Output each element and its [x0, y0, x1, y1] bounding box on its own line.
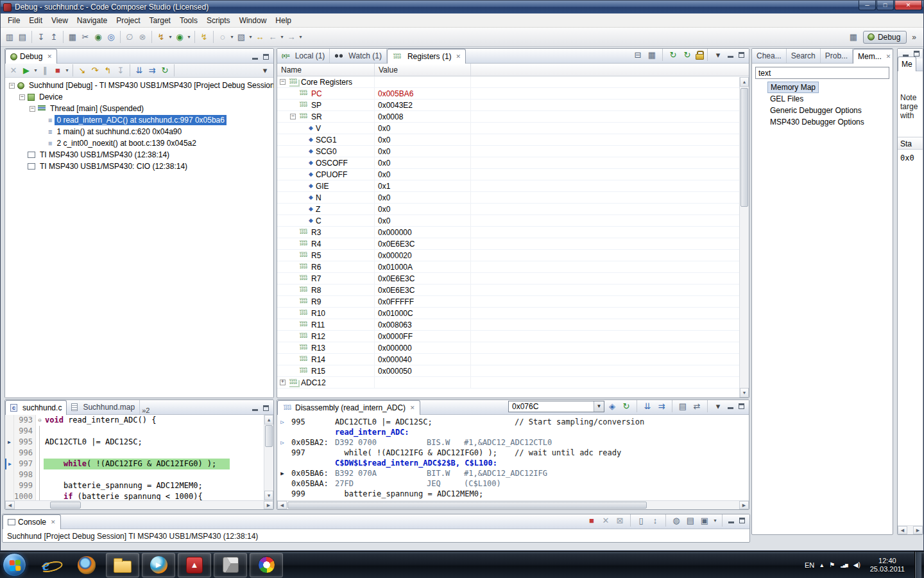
- tree-expander-icon[interactable]: −: [290, 114, 296, 119]
- code-line[interactable]: ▶997 while( !(ADC12IFG & ADC12IFG0) );: [5, 459, 273, 469]
- tab-local-1-[interactable]: (x)=Local (1): [277, 49, 330, 63]
- menu-project[interactable]: Project: [112, 14, 144, 27]
- forward-icon[interactable]: →: [285, 31, 298, 44]
- menu-help[interactable]: Help: [271, 14, 296, 27]
- registers-vertical-scrollbar[interactable]: ▲ ▼: [739, 77, 749, 398]
- scrollbar-thumb[interactable]: [50, 502, 81, 509]
- disassembly-line[interactable]: ▷0x05BA2:D392 0700BIS.W#1,&ADC12_ADC12CT…: [277, 437, 749, 448]
- tab-watch-1-[interactable]: Watch (1): [330, 49, 387, 63]
- close-icon[interactable]: ✕: [886, 53, 891, 60]
- tab-suchhund-c[interactable]: csuchhund.c: [5, 400, 67, 415]
- menu-view[interactable]: View: [47, 14, 73, 27]
- debug-tree-item[interactable]: −Device: [5, 91, 273, 103]
- register-row[interactable]: −◆CPUOFF0x0: [277, 169, 749, 180]
- tree-expander-icon[interactable]: +: [280, 380, 286, 385]
- register-row[interactable]: −◆SCG00x0: [277, 146, 749, 157]
- layout-grid-icon[interactable]: ▦: [646, 48, 658, 61]
- disassembly-body[interactable]: ▷995ADC12CTL0 |= ADC12SC;// Start sampli…: [277, 415, 749, 500]
- debug-perspective-button[interactable]: Debug: [863, 31, 907, 44]
- taskbar-internet-explorer[interactable]: e: [34, 553, 67, 577]
- register-row[interactable]: −0101 1010R40x0E6E3C: [277, 238, 749, 250]
- register-row[interactable]: −◆N0x0: [277, 192, 749, 204]
- show-hidden-icons[interactable]: ▴: [820, 561, 823, 568]
- view-menu-icon[interactable]: ▾: [259, 64, 271, 77]
- taskbar-adobe-reader[interactable]: ▲: [178, 553, 211, 577]
- register-row[interactable]: −0101 1010R50x000020: [277, 250, 749, 261]
- register-row[interactable]: −0101 1010R30x000000: [277, 227, 749, 238]
- link-editor-icon[interactable]: ⇄: [690, 399, 703, 412]
- scroll-lock-icon[interactable]: ↕: [649, 514, 662, 527]
- close-icon[interactable]: ✕: [51, 519, 56, 525]
- editor-vertical-scrollbar[interactable]: ▲▼: [264, 415, 273, 500]
- register-row[interactable]: −0101 1010R140x000040: [277, 354, 749, 365]
- terminate-icon[interactable]: ■: [585, 514, 598, 527]
- debug-tree-item[interactable]: −≡2 c_int00_noexit() at boot.c:139 0x045…: [5, 137, 273, 149]
- language-indicator[interactable]: EN: [805, 561, 814, 569]
- forward-dropdown-icon[interactable]: ▾: [298, 31, 304, 44]
- combo-dropdown-icon[interactable]: ▼: [594, 401, 604, 412]
- resume-dropdown-icon[interactable]: ▾: [33, 64, 38, 77]
- code-line[interactable]: 1000 if (batterie_spannung < 1000){: [5, 491, 273, 500]
- maximize-view-button[interactable]: [261, 404, 271, 412]
- scrollbar-thumb[interactable]: [287, 502, 647, 509]
- column-header-value[interactable]: Value: [375, 64, 471, 76]
- disassembly-line[interactable]: 999 batterie_spannung = ADC12MEM0;: [277, 489, 749, 499]
- minimize-view-button[interactable]: [250, 404, 260, 412]
- scroll-left-icon[interactable]: ◀: [277, 501, 287, 509]
- disassembly-horizontal-scrollbar[interactable]: ◀ ▶: [277, 500, 749, 509]
- minimize-view-button[interactable]: [901, 49, 911, 58]
- run-alt-icon[interactable]: ◎: [105, 31, 117, 44]
- asm-step-mode-icon[interactable]: ⇉: [146, 64, 158, 77]
- register-row[interactable]: −◆Z0x0: [277, 204, 749, 215]
- code-line[interactable]: 993⊖void read_intern_ADC() {: [5, 415, 273, 426]
- close-icon[interactable]: ✕: [410, 405, 415, 411]
- debug-tree-item[interactable]: −Thread [main] (Suspended): [5, 103, 273, 114]
- debug-alt-icon[interactable]: ◉: [92, 31, 105, 44]
- menu-scripts[interactable]: Scripts: [202, 14, 235, 27]
- titlebar[interactable]: Debug - suchhund.c - Code Composer Studi…: [1, 1, 923, 13]
- taskbar-cube-app[interactable]: [214, 553, 247, 577]
- open-console-dropdown-icon[interactable]: ▾: [712, 514, 718, 527]
- close-icon[interactable]: ✕: [456, 53, 461, 60]
- register-row[interactable]: −0101 1010Core Registers: [277, 76, 749, 88]
- debug-tree-item[interactable]: −TI MSP430 USB1/MSP430: CIO (12:38:14): [5, 161, 273, 172]
- tree-expander-icon[interactable]: −: [19, 94, 25, 100]
- register-row[interactable]: −0101 1010R60x01000A: [277, 261, 749, 273]
- editor-horizontal-scrollbar[interactable]: ◀ ▶: [5, 500, 273, 509]
- taskbar-media-player[interactable]: ▶: [142, 553, 175, 577]
- debug-flash-icon[interactable]: ↯: [155, 31, 167, 44]
- taskbar-windows-explorer[interactable]: [106, 553, 139, 577]
- maximize-view-button[interactable]: [912, 49, 921, 58]
- scroll-right-icon[interactable]: ▶: [913, 526, 923, 534]
- scroll-left-icon[interactable]: ◀: [5, 501, 15, 509]
- external-tools-icon[interactable]: ◉: [173, 31, 186, 44]
- tree-expander-icon[interactable]: −: [280, 79, 286, 85]
- drop-to-frame-icon[interactable]: ↧: [114, 64, 127, 77]
- minimize-view-button[interactable]: [726, 516, 736, 525]
- disassembly-line[interactable]: C$DW$L$read_intern_ADC$2$B, C$L100:: [277, 458, 749, 468]
- register-row[interactable]: −0101 1010R130x000000: [277, 342, 749, 354]
- tools-option-gel-files[interactable]: GEL Files: [752, 93, 893, 105]
- register-row[interactable]: −◆C0x0: [277, 215, 749, 227]
- code-line[interactable]: 999 batterie_spannung = ADC12MEM0;: [5, 480, 273, 491]
- register-row[interactable]: −◆V0x0: [277, 123, 749, 134]
- code-line[interactable]: 998: [5, 469, 273, 480]
- clock[interactable]: 12:40 25.03.2011: [866, 557, 909, 574]
- remove-all-launches-icon[interactable]: ⊠: [613, 514, 626, 527]
- menu-tools[interactable]: Tools: [175, 14, 202, 27]
- remove-all-breakpoints-icon[interactable]: ⊗: [136, 31, 149, 44]
- debug-tree-item[interactable]: −≡1 main() at suchhund.c:620 0x04a90: [5, 126, 273, 137]
- code-line[interactable]: 994: [5, 426, 273, 437]
- register-row[interactable]: −0101 1010R70x0E6E3C: [277, 273, 749, 285]
- search-dropdown-icon[interactable]: ▾: [229, 31, 235, 44]
- display-console-icon[interactable]: ▤: [684, 514, 697, 527]
- maximize-view-button[interactable]: [737, 516, 747, 525]
- mark-occurrences-dropdown-icon[interactable]: ▾: [248, 31, 253, 44]
- fold-collapse-icon[interactable]: ⊖: [36, 415, 44, 426]
- new-target-config-icon[interactable]: ▦: [66, 31, 79, 44]
- show-source-icon[interactable]: ▤: [676, 399, 689, 412]
- show-desktop-button[interactable]: [914, 552, 921, 578]
- filter-input[interactable]: [755, 67, 889, 79]
- taskbar-paint-app[interactable]: [250, 553, 283, 577]
- back-icon[interactable]: ←: [266, 31, 279, 44]
